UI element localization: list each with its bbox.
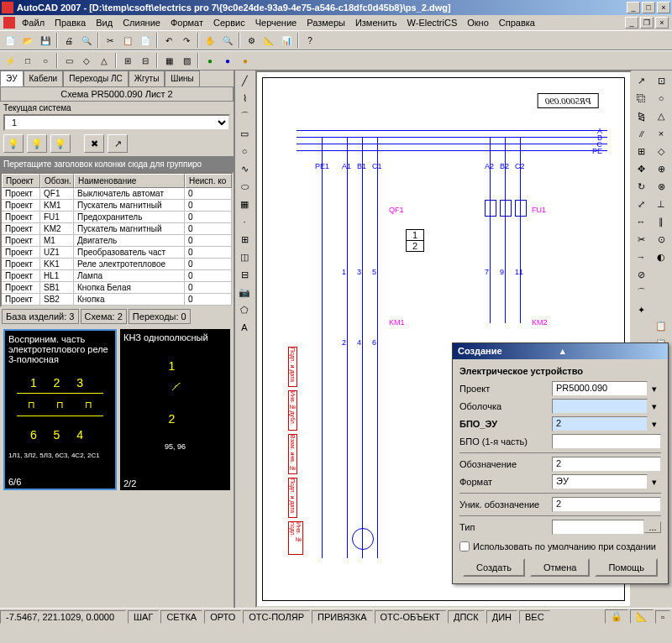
rotate-tool-icon[interactable]: ↻ (632, 178, 650, 195)
explode-tool-icon[interactable]: ✦ (632, 301, 650, 318)
field-value[interactable]: PR5000.090 (552, 381, 648, 396)
dropdown-button[interactable]: ▾ (648, 419, 661, 430)
block-tool-icon[interactable]: ⊞ (235, 231, 254, 248)
elec-tool-icon[interactable]: ⚡ (2, 52, 18, 69)
minimize-button[interactable]: _ (627, 2, 640, 13)
save-icon[interactable]: 💾 (37, 32, 54, 49)
osnap-icon[interactable]: ⊙ (652, 231, 670, 248)
offset-tool-icon[interactable]: ⫽ (632, 125, 650, 142)
osnap-icon[interactable]: × (652, 125, 670, 142)
status-toggle[interactable]: ОТС-ПОЛЯР (243, 610, 310, 624)
checkbox-input[interactable] (459, 541, 470, 552)
menu-item[interactable]: W-ElectriCS (402, 17, 463, 29)
elec-tool-icon[interactable]: □ (19, 52, 36, 69)
new-icon[interactable]: 📄 (2, 32, 18, 49)
menu-item[interactable]: Изменить (350, 17, 402, 29)
field-value[interactable]: ЭУ (552, 474, 648, 489)
status-toggle[interactable]: ВЕС (519, 610, 550, 624)
create-button[interactable]: Создать (463, 558, 525, 577)
paste-icon[interactable]: 📄 (137, 32, 154, 49)
dropdown-button[interactable]: ▾ (648, 401, 661, 412)
table-row[interactable]: ПроектUZ1Преобразователь част0 (2, 247, 232, 259)
menu-item[interactable]: Окно (462, 17, 494, 29)
elec-tool-icon[interactable]: ▭ (60, 52, 77, 69)
text-tool-icon[interactable]: A (235, 319, 254, 336)
status-icon[interactable]: 🔒 (605, 609, 628, 624)
mirror-tool-icon[interactable]: ⧎ (632, 107, 650, 124)
dropdown-button[interactable]: ▾ (648, 477, 661, 488)
menu-item[interactable]: Черчение (250, 17, 302, 29)
field-value[interactable]: 2 (552, 497, 661, 512)
cut-icon[interactable]: ✂ (102, 32, 118, 49)
default-checkbox[interactable]: Использовать по умолчанию при создании (459, 541, 661, 552)
status-toggle[interactable]: ШАГ (128, 610, 159, 624)
menu-item[interactable]: Сервис (208, 17, 250, 29)
doc-minimize-button[interactable]: _ (625, 17, 638, 29)
table-row[interactable]: ПроектSB2Кнопка0 (2, 294, 232, 306)
preview-card-1[interactable]: Восприним. часть электротеплового реле 3… (3, 329, 117, 490)
line-tool-icon[interactable]: ╱ (235, 72, 254, 89)
osnap-icon[interactable]: ∥ (652, 213, 670, 230)
cancel-button[interactable]: Отмена (530, 558, 590, 577)
hatch-tool-icon[interactable]: ▦ (235, 196, 254, 212)
menu-item[interactable]: Вид (91, 17, 118, 29)
status-icon[interactable]: ▫ (655, 610, 670, 624)
menu-item[interactable]: Файл (17, 17, 50, 29)
polyline-tool-icon[interactable]: ⌇ (235, 90, 254, 107)
browse-button[interactable]: ... (644, 521, 661, 533)
polygon-tool-icon[interactable]: ⬠ (235, 301, 254, 318)
elec-tool-icon[interactable]: ⊞ (119, 52, 136, 69)
elec-tool-icon[interactable]: ◇ (78, 52, 95, 69)
osnap-icon[interactable]: ⊗ (652, 178, 670, 195)
print-icon[interactable]: 🖨 (60, 32, 77, 49)
move-tool-icon[interactable]: ✥ (632, 160, 650, 177)
palette-icon[interactable]: 📋 (652, 317, 670, 334)
ellipse-tool-icon[interactable]: ⬭ (235, 178, 254, 195)
array-tool-icon[interactable]: ⊞ (632, 143, 650, 159)
elec-tool-icon[interactable]: △ (96, 52, 113, 69)
dialog-collapse-button[interactable]: ▴ (560, 346, 663, 357)
status-tab[interactable]: Схема: 2 (81, 309, 127, 324)
panel-tab[interactable]: Шины (165, 71, 199, 86)
copy-tool-icon[interactable]: ⿻ (632, 90, 650, 107)
export-icon[interactable]: ↗ (108, 134, 128, 153)
redo-icon[interactable]: ↷ (178, 32, 195, 49)
undo-icon[interactable]: ↶ (160, 32, 177, 49)
menu-item[interactable]: Формат (165, 17, 208, 29)
elec-tool-icon[interactable]: ○ (37, 52, 54, 69)
menu-item[interactable]: Справка (494, 17, 540, 29)
menu-item[interactable]: Слияние (118, 17, 165, 29)
osnap-icon[interactable]: ⊥ (652, 196, 670, 212)
field-value[interactable] (552, 520, 644, 535)
tool-icon[interactable]: 📊 (278, 32, 295, 49)
elec-tool-icon[interactable]: ⊟ (137, 52, 154, 69)
doc-close-button[interactable]: × (655, 17, 669, 29)
elec-tool-icon[interactable]: ● (202, 52, 218, 69)
trim-tool-icon[interactable]: ✂ (632, 231, 650, 248)
close-button[interactable]: × (657, 2, 670, 13)
osnap-icon[interactable]: ◇ (652, 143, 670, 159)
system-dropdown[interactable]: 1 (3, 114, 230, 131)
panel-tab[interactable]: Кабели (24, 71, 64, 86)
delete-icon[interactable]: ✖ (84, 134, 104, 153)
extend-tool-icon[interactable]: → (632, 248, 650, 265)
osnap-icon[interactable]: ○ (652, 90, 670, 107)
table-tool-icon[interactable]: ⊟ (235, 266, 254, 283)
spline-tool-icon[interactable]: ∿ (235, 160, 254, 177)
osnap-icon[interactable]: ⊕ (652, 160, 670, 177)
menu-item[interactable]: Размеры (302, 17, 350, 29)
bulb-icon[interactable]: 💡 (3, 134, 24, 153)
scale-tool-icon[interactable]: ⤢ (632, 196, 650, 212)
pan-icon[interactable]: ✋ (202, 32, 218, 49)
region-tool-icon[interactable]: ◫ (235, 248, 254, 265)
copy-icon[interactable]: 📋 (119, 32, 136, 49)
status-icon[interactable]: 📐 (630, 609, 654, 624)
panel-tab[interactable]: Переходы ЛС (63, 71, 128, 86)
table-row[interactable]: ПроектKK1Реле электротепловое0 (2, 259, 232, 270)
break-tool-icon[interactable]: ⊘ (632, 266, 650, 283)
osnap-icon[interactable]: △ (652, 107, 670, 124)
doc-restore-button[interactable]: ❐ (640, 17, 654, 29)
field-value[interactable]: 2 (552, 416, 648, 431)
status-tab[interactable]: База изделий: 3 (2, 309, 79, 324)
status-tab[interactable]: Переходы: 0 (129, 309, 191, 324)
